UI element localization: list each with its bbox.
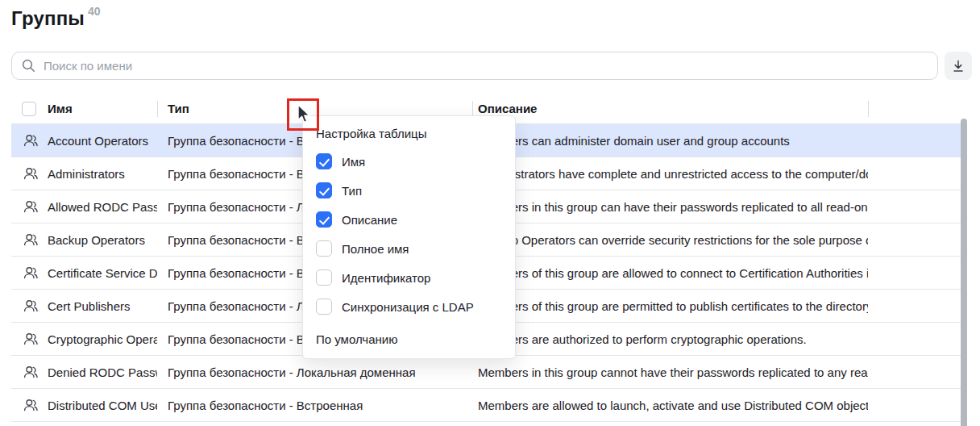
group-icon [23,299,39,313]
checkbox-checked[interactable] [316,211,332,228]
group-icon [23,365,39,379]
table-row[interactable]: Denied RODC Password Replication Group Г… [11,356,961,389]
column-toggle-description[interactable]: Описание [316,205,502,234]
column-toggle-identifier[interactable]: Идентификатор [316,263,502,292]
checkbox-unchecked[interactable] [316,299,332,315]
checkbox-unchecked[interactable] [316,269,332,286]
group-description: Backup Operators can override security r… [473,233,868,247]
group-icon [23,166,39,181]
group-name: Allowed RODC Password Replication Group [48,200,157,214]
group-description: Members in this group cannot have their … [473,365,868,379]
group-name: Denied RODC Password Replication Group [48,365,157,379]
group-icon [23,199,39,214]
column-toggle-full-name[interactable]: Полное имя [316,234,502,263]
download-button[interactable] [945,52,972,80]
group-icon [23,133,39,148]
checkbox-checked[interactable] [316,182,332,198]
search-input[interactable] [44,59,928,73]
group-icon [23,398,39,412]
column-header-name[interactable]: Имя [48,102,157,115]
group-icon [23,332,39,346]
checkbox-checked[interactable] [316,153,332,169]
item-count-badge: 40 [88,5,101,18]
group-description: Members of this group are allowed to con… [473,266,868,280]
group-name: Cert Publishers [48,299,157,313]
group-name: Certificate Service DCOM Access [48,266,157,280]
page-title: Группы [11,7,85,29]
group-description: Members are allowed to launch, activate … [473,399,868,412]
search-icon [22,59,35,73]
group-description: Members can administer domain user and g… [473,134,868,148]
reset-to-default-button[interactable]: По умолчанию [316,324,502,353]
column-toggle-ldap-sync[interactable]: Синхронизация с LDAP [316,292,502,321]
table-settings-popover: Настройка таблицы Имя Тип Описание Полно… [302,115,516,359]
group-description: Members in this group can have their pas… [473,200,868,214]
column-header-type[interactable]: Тип [158,102,472,115]
select-all-checkbox[interactable] [22,102,36,116]
download-icon [951,59,965,73]
table-row[interactable]: Distributed COM Users Группа безопасност… [11,389,961,422]
group-description: Administrators have complete and unrestr… [473,167,868,181]
vertical-scrollbar[interactable] [961,119,967,426]
column-divider [868,101,869,117]
group-type: Группа безопасности - Локальная доменная [158,365,472,379]
group-description: Members are authorized to perform crypto… [473,332,868,346]
search-box[interactable] [11,52,938,80]
group-name: Distributed COM Users [48,399,157,412]
group-icon [23,232,39,247]
group-name: Administrators [48,167,157,181]
page-header: Группы40 [11,5,101,30]
group-icon [23,265,39,280]
column-toggle-name[interactable]: Имя [316,147,502,176]
column-toggle-type[interactable]: Тип [316,176,502,205]
group-type: Группа безопасности - Встроенная [158,399,472,412]
group-name: Cryptographic Operators [48,332,157,346]
group-name: Backup Operators [48,233,157,247]
column-header-description[interactable]: Описание [473,102,868,115]
popover-title: Настройка таблицы [316,126,502,142]
group-name: Account Operators [48,134,157,148]
checkbox-unchecked[interactable] [316,240,332,257]
group-description: Members of this group are permitted to p… [473,299,868,313]
